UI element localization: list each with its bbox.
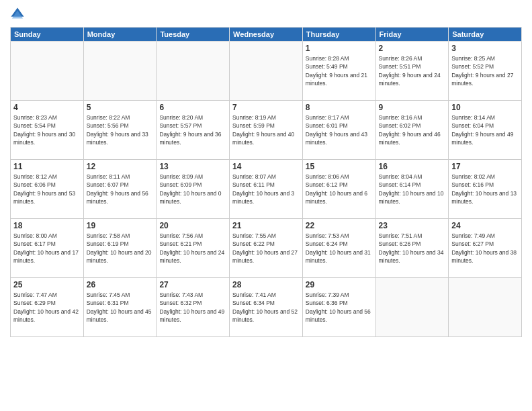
logo (10, 7, 28, 21)
calendar-week-row: 18Sunrise: 8:00 AM Sunset: 6:17 PM Dayli… (11, 219, 522, 278)
day-number: 5 (87, 103, 154, 112)
day-number: 8 (306, 103, 373, 112)
day-info: Sunrise: 7:58 AM Sunset: 6:19 PM Dayligh… (87, 232, 154, 265)
day-number: 6 (159, 103, 226, 112)
day-number: 21 (232, 221, 300, 230)
calendar-cell: 13Sunrise: 8:09 AM Sunset: 6:09 PM Dayli… (157, 160, 230, 219)
calendar-week-row: 25Sunrise: 7:47 AM Sunset: 6:29 PM Dayli… (11, 278, 522, 337)
day-info: Sunrise: 8:11 AM Sunset: 6:07 PM Dayligh… (87, 173, 154, 205)
day-number: 19 (87, 221, 154, 230)
day-info: Sunrise: 8:19 AM Sunset: 5:59 PM Dayligh… (232, 113, 300, 146)
day-of-week-header: Monday (83, 28, 157, 42)
day-info: Sunrise: 8:23 AM Sunset: 5:54 PM Dayligh… (13, 113, 81, 146)
day-number: 2 (379, 44, 446, 53)
day-info: Sunrise: 8:04 AM Sunset: 6:14 PM Dayligh… (379, 173, 446, 205)
day-number: 7 (232, 103, 300, 112)
calendar-cell: 14Sunrise: 8:07 AM Sunset: 6:11 PM Dayli… (230, 160, 303, 219)
calendar-cell (230, 42, 303, 101)
day-info: Sunrise: 7:49 AM Sunset: 6:27 PM Dayligh… (451, 232, 519, 265)
day-number: 18 (13, 221, 81, 230)
calendar-cell (157, 42, 230, 101)
page-header (10, 7, 522, 21)
calendar-cell: 5Sunrise: 8:22 AM Sunset: 5:56 PM Daylig… (83, 101, 157, 160)
day-of-week-header: Sunday (11, 28, 84, 42)
day-number: 24 (451, 221, 519, 230)
logo-icon (10, 7, 25, 21)
day-number: 11 (13, 162, 81, 171)
day-info: Sunrise: 7:55 AM Sunset: 6:22 PM Dayligh… (232, 232, 300, 265)
day-of-week-header: Wednesday (230, 28, 303, 42)
day-of-week-header: Thursday (302, 28, 375, 42)
day-info: Sunrise: 7:53 AM Sunset: 6:24 PM Dayligh… (306, 232, 373, 265)
day-number: 1 (306, 44, 373, 53)
day-of-week-header: Tuesday (157, 28, 230, 42)
day-info: Sunrise: 8:14 AM Sunset: 6:04 PM Dayligh… (451, 113, 519, 146)
calendar-table: SundayMondayTuesdayWednesdayThursdayFrid… (10, 27, 522, 337)
day-number: 10 (451, 103, 519, 112)
calendar-cell: 1Sunrise: 8:28 AM Sunset: 5:49 PM Daylig… (302, 42, 375, 101)
calendar-cell: 22Sunrise: 7:53 AM Sunset: 6:24 PM Dayli… (302, 219, 375, 278)
calendar-cell: 17Sunrise: 8:02 AM Sunset: 6:16 PM Dayli… (449, 160, 522, 219)
calendar-cell: 6Sunrise: 8:20 AM Sunset: 5:57 PM Daylig… (157, 101, 230, 160)
calendar-cell: 19Sunrise: 7:58 AM Sunset: 6:19 PM Dayli… (83, 219, 157, 278)
day-number: 17 (451, 162, 519, 171)
day-info: Sunrise: 8:22 AM Sunset: 5:56 PM Dayligh… (87, 113, 154, 146)
day-info: Sunrise: 8:02 AM Sunset: 6:16 PM Dayligh… (451, 173, 519, 205)
day-info: Sunrise: 8:07 AM Sunset: 6:11 PM Dayligh… (232, 173, 300, 205)
calendar-cell: 26Sunrise: 7:45 AM Sunset: 6:31 PM Dayli… (83, 278, 157, 337)
day-number: 16 (379, 162, 446, 171)
day-number: 14 (232, 162, 300, 171)
day-number: 20 (159, 221, 226, 230)
day-info: Sunrise: 7:56 AM Sunset: 6:21 PM Dayligh… (159, 232, 226, 265)
calendar-cell: 15Sunrise: 8:06 AM Sunset: 6:12 PM Dayli… (302, 160, 375, 219)
day-number: 28 (232, 280, 300, 289)
calendar-cell: 3Sunrise: 8:25 AM Sunset: 5:52 PM Daylig… (449, 42, 522, 101)
calendar-cell: 7Sunrise: 8:19 AM Sunset: 5:59 PM Daylig… (230, 101, 303, 160)
day-number: 25 (13, 280, 81, 289)
calendar-cell (375, 278, 449, 337)
day-number: 15 (306, 162, 373, 171)
day-number: 22 (306, 221, 373, 230)
calendar-cell: 29Sunrise: 7:39 AM Sunset: 6:36 PM Dayli… (302, 278, 375, 337)
calendar-cell: 2Sunrise: 8:26 AM Sunset: 5:51 PM Daylig… (375, 42, 449, 101)
day-number: 4 (13, 103, 81, 112)
calendar-cell: 20Sunrise: 7:56 AM Sunset: 6:21 PM Dayli… (157, 219, 230, 278)
day-info: Sunrise: 8:28 AM Sunset: 5:49 PM Dayligh… (306, 54, 373, 87)
day-info: Sunrise: 7:43 AM Sunset: 6:32 PM Dayligh… (159, 291, 226, 324)
day-info: Sunrise: 7:39 AM Sunset: 6:36 PM Dayligh… (306, 291, 373, 324)
calendar-cell: 9Sunrise: 8:16 AM Sunset: 6:02 PM Daylig… (375, 101, 449, 160)
calendar-cell: 27Sunrise: 7:43 AM Sunset: 6:32 PM Dayli… (157, 278, 230, 337)
calendar-cell: 12Sunrise: 8:11 AM Sunset: 6:07 PM Dayli… (83, 160, 157, 219)
calendar-cell (83, 42, 157, 101)
day-number: 23 (379, 221, 446, 230)
day-number: 13 (159, 162, 226, 171)
day-info: Sunrise: 8:25 AM Sunset: 5:52 PM Dayligh… (451, 54, 519, 87)
day-of-week-header: Friday (375, 28, 449, 42)
day-number: 9 (379, 103, 446, 112)
day-info: Sunrise: 7:47 AM Sunset: 6:29 PM Dayligh… (13, 291, 81, 324)
day-info: Sunrise: 8:06 AM Sunset: 6:12 PM Dayligh… (306, 173, 373, 205)
day-info: Sunrise: 7:45 AM Sunset: 6:31 PM Dayligh… (87, 291, 154, 324)
calendar-cell (11, 42, 84, 101)
day-of-week-header: Saturday (449, 28, 522, 42)
day-number: 26 (87, 280, 154, 289)
calendar-week-row: 4Sunrise: 8:23 AM Sunset: 5:54 PM Daylig… (11, 101, 522, 160)
calendar-cell: 24Sunrise: 7:49 AM Sunset: 6:27 PM Dayli… (449, 219, 522, 278)
calendar-cell (449, 278, 522, 337)
calendar-cell: 25Sunrise: 7:47 AM Sunset: 6:29 PM Dayli… (11, 278, 84, 337)
day-info: Sunrise: 8:00 AM Sunset: 6:17 PM Dayligh… (13, 232, 81, 265)
day-info: Sunrise: 7:41 AM Sunset: 6:34 PM Dayligh… (232, 291, 300, 324)
calendar-cell: 10Sunrise: 8:14 AM Sunset: 6:04 PM Dayli… (449, 101, 522, 160)
day-info: Sunrise: 8:12 AM Sunset: 6:06 PM Dayligh… (13, 173, 81, 205)
day-number: 27 (159, 280, 226, 289)
day-number: 29 (306, 280, 373, 289)
calendar-cell: 8Sunrise: 8:17 AM Sunset: 6:01 PM Daylig… (302, 101, 375, 160)
day-number: 3 (451, 44, 519, 53)
calendar-cell: 11Sunrise: 8:12 AM Sunset: 6:06 PM Dayli… (11, 160, 84, 219)
day-info: Sunrise: 8:26 AM Sunset: 5:51 PM Dayligh… (379, 54, 446, 87)
calendar-header-row: SundayMondayTuesdayWednesdayThursdayFrid… (11, 28, 522, 42)
calendar-cell: 16Sunrise: 8:04 AM Sunset: 6:14 PM Dayli… (375, 160, 449, 219)
calendar-cell: 21Sunrise: 7:55 AM Sunset: 6:22 PM Dayli… (230, 219, 303, 278)
day-info: Sunrise: 8:20 AM Sunset: 5:57 PM Dayligh… (159, 113, 226, 146)
calendar-week-row: 11Sunrise: 8:12 AM Sunset: 6:06 PM Dayli… (11, 160, 522, 219)
